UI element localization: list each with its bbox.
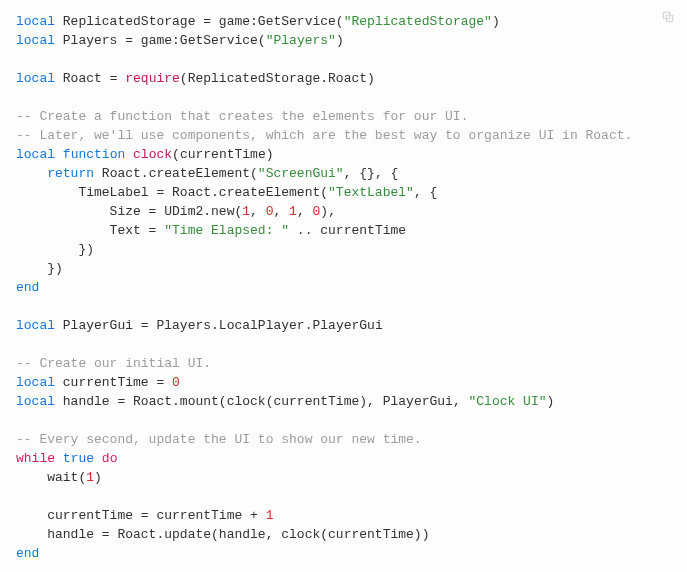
token-k: end — [16, 546, 39, 561]
token-str: "ScreenGui" — [258, 166, 344, 181]
token-com: -- Create a function that creates the el… — [16, 109, 468, 124]
token-id: (currentTime) — [172, 147, 273, 162]
code-line: local Roact = require(ReplicatedStorage.… — [16, 69, 671, 88]
code-line: -- Create a function that creates the el… — [16, 107, 671, 126]
token-num: 0 — [172, 375, 180, 390]
token-fn: require — [125, 71, 180, 86]
token-id: Roact — [55, 71, 110, 86]
token-id: = game:GetService( — [125, 33, 265, 48]
token-k: return — [47, 166, 94, 181]
token-id: ReplicatedStorage — [55, 14, 203, 29]
token-k: local — [16, 318, 55, 333]
token-fn: clock — [133, 147, 172, 162]
token-id: ) — [492, 14, 500, 29]
token-id: = — [110, 71, 126, 86]
token-kw2: do — [102, 451, 118, 466]
token-id: wait( — [16, 470, 86, 485]
token-id: , — [250, 204, 266, 219]
token-num: 1 — [289, 204, 297, 219]
token-num: 1 — [242, 204, 250, 219]
token-str: "Time Elapsed: " — [164, 223, 289, 238]
code-line: -- Every second, update the UI to show o… — [16, 430, 671, 449]
code-line — [16, 487, 671, 506]
token-k: true — [63, 451, 94, 466]
code-line: local ReplicatedStorage = game:GetServic… — [16, 12, 671, 31]
token-id: (ReplicatedStorage.Roact) — [180, 71, 375, 86]
code-line: wait(1) — [16, 468, 671, 487]
token-id: Text = — [16, 223, 164, 238]
token-id: .. currentTime — [289, 223, 406, 238]
code-line: local PlayerGui = Players.LocalPlayer.Pl… — [16, 316, 671, 335]
token-k: local — [16, 394, 55, 409]
code-line: TimeLabel = Roact.createElement("TextLab… — [16, 183, 671, 202]
code-line — [16, 50, 671, 69]
token-id: TimeLabel = Roact.createElement( — [16, 185, 328, 200]
token-k: local — [16, 147, 55, 162]
token-id: currentTime = currentTime + — [16, 508, 266, 523]
code-line: while true do — [16, 449, 671, 468]
code-line: end — [16, 544, 671, 563]
token-id: Players — [55, 33, 125, 48]
token-id: , {}, { — [344, 166, 399, 181]
token-id — [16, 166, 47, 181]
token-id: }) — [16, 242, 94, 257]
token-k: local — [16, 14, 55, 29]
token-id: ) — [94, 470, 102, 485]
code-line: handle = Roact.update(handle, clock(curr… — [16, 525, 671, 544]
token-id: Roact.createElement( — [94, 166, 258, 181]
token-num: 1 — [86, 470, 94, 485]
code-line — [16, 88, 671, 107]
token-com: -- Later, we'll use components, which ar… — [16, 128, 632, 143]
code-line: end — [16, 278, 671, 297]
code-line: }) — [16, 259, 671, 278]
token-id: , — [297, 204, 313, 219]
code-line — [16, 411, 671, 430]
token-str: "Clock UI" — [469, 394, 547, 409]
code-line: local handle = Roact.mount(clock(current… — [16, 392, 671, 411]
token-k: local — [16, 71, 55, 86]
token-id: = Players.LocalPlayer.PlayerGui — [141, 318, 383, 333]
copy-icon[interactable] — [661, 10, 675, 24]
token-id: handle = Roact.update(handle, clock(curr… — [16, 527, 429, 542]
token-id — [55, 147, 63, 162]
code-line — [16, 335, 671, 354]
token-k: end — [16, 280, 39, 295]
token-id — [125, 147, 133, 162]
token-id: , — [273, 204, 289, 219]
token-num: 1 — [266, 508, 274, 523]
token-str: "ReplicatedStorage" — [344, 14, 492, 29]
token-k: function — [63, 147, 125, 162]
token-id: PlayerGui — [55, 318, 141, 333]
token-id: , { — [414, 185, 437, 200]
token-id: ) — [547, 394, 555, 409]
token-id: currentTime — [55, 375, 156, 390]
token-kw2: while — [16, 451, 55, 466]
token-k: local — [16, 33, 55, 48]
code-line: local Players = game:GetService("Players… — [16, 31, 671, 50]
code-line — [16, 297, 671, 316]
token-id: = — [156, 375, 172, 390]
code-block: local ReplicatedStorage = game:GetServic… — [16, 12, 671, 563]
code-line: local function clock(currentTime) — [16, 145, 671, 164]
token-id: Size = UDim2.new( — [16, 204, 242, 219]
code-line: currentTime = currentTime + 1 — [16, 506, 671, 525]
token-id: = game:GetService( — [203, 14, 343, 29]
token-str: "TextLabel" — [328, 185, 414, 200]
token-id — [55, 451, 63, 466]
code-line: }) — [16, 240, 671, 259]
code-line: -- Create our initial UI. — [16, 354, 671, 373]
code-line: -- Later, we'll use components, which ar… — [16, 126, 671, 145]
token-k: local — [16, 375, 55, 390]
code-line: Size = UDim2.new(1, 0, 1, 0), — [16, 202, 671, 221]
token-com: -- Create our initial UI. — [16, 356, 211, 371]
token-id: handle — [55, 394, 117, 409]
token-id: ) — [336, 33, 344, 48]
code-line: local currentTime = 0 — [16, 373, 671, 392]
token-str: "Players" — [266, 33, 336, 48]
code-line: return Roact.createElement("ScreenGui", … — [16, 164, 671, 183]
token-com: -- Every second, update the UI to show o… — [16, 432, 422, 447]
token-id: = Roact.mount(clock(currentTime), Player… — [117, 394, 468, 409]
token-id: }) — [16, 261, 63, 276]
token-id — [94, 451, 102, 466]
code-line: Text = "Time Elapsed: " .. currentTime — [16, 221, 671, 240]
